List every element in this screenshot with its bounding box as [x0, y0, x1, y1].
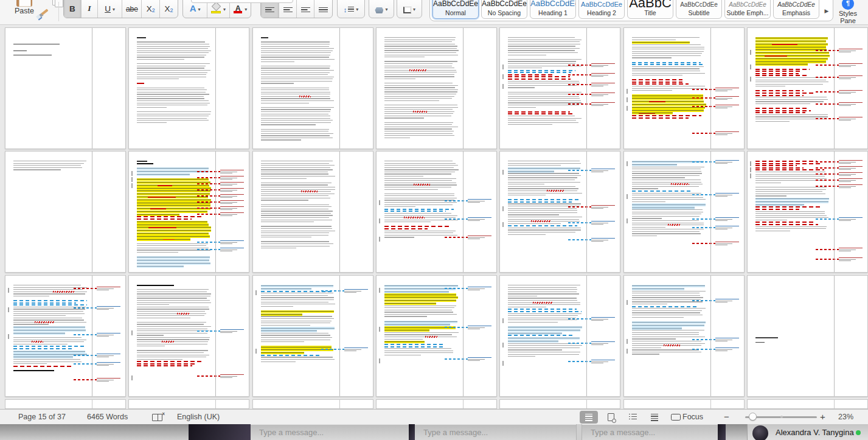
comment-box[interactable]	[97, 378, 123, 383]
page-indicator[interactable]: Page 15 of 37	[18, 413, 66, 421]
align-right-button[interactable]	[296, 0, 314, 18]
comment-box[interactable]	[344, 347, 371, 352]
comment-box[interactable]	[591, 63, 618, 68]
comment-box[interactable]	[839, 160, 866, 165]
draft-view-button[interactable]	[645, 411, 664, 424]
page-thumbnail[interactable]	[747, 399, 868, 409]
word-count[interactable]: 6465 Words	[87, 413, 128, 421]
page-thumbnail[interactable]	[252, 27, 373, 149]
comment-box[interactable]	[591, 205, 618, 210]
comment-box[interactable]	[220, 206, 247, 211]
print-layout-view-button[interactable]	[580, 411, 598, 424]
page-thumbnail[interactable]	[376, 27, 497, 149]
comment-box[interactable]	[715, 88, 742, 93]
page-thumbnail[interactable]	[376, 399, 497, 409]
comment-box[interactable]	[220, 182, 247, 187]
avatar[interactable]	[752, 425, 768, 440]
comment-box[interactable]	[715, 217, 742, 222]
message-input[interactable]: Type a message...	[415, 424, 576, 440]
comment-box[interactable]	[839, 248, 866, 253]
page-thumbnail[interactable]	[5, 151, 126, 273]
style-chip-normal[interactable]: AaBbCcDdEeNormal	[432, 0, 479, 19]
comment-box[interactable]	[591, 221, 618, 226]
comment-box[interactable]	[220, 194, 247, 199]
comment-box[interactable]	[839, 102, 866, 107]
language-indicator[interactable]: English (UK)	[177, 413, 220, 421]
page-thumbnail[interactable]	[5, 27, 126, 149]
comment-box[interactable]	[839, 184, 866, 189]
comment-box[interactable]	[220, 200, 247, 205]
comment-box[interactable]	[839, 75, 866, 80]
comment-box[interactable]	[220, 329, 247, 334]
page-thumbnail[interactable]	[747, 151, 868, 273]
page-thumbnail[interactable]	[747, 275, 868, 397]
page-thumbnail[interactable]	[128, 275, 249, 397]
style-chip-heading-2[interactable]: AaBbCcDdEeHeading 2	[578, 0, 625, 19]
page-thumbnail[interactable]	[499, 275, 620, 397]
page-thumbnail[interactable]	[5, 399, 126, 409]
comment-box[interactable]	[715, 160, 742, 165]
comment-box[interactable]	[715, 347, 742, 352]
style-chip-heading-1[interactable]: AaBbCcDdEeHeading 1	[530, 0, 576, 19]
comment-box[interactable]	[468, 199, 495, 204]
comment-box[interactable]	[839, 117, 866, 122]
comment-box[interactable]	[97, 287, 123, 292]
comment-box[interactable]	[591, 169, 618, 173]
proofing-icon[interactable]: x	[152, 414, 162, 421]
style-chip-subtitle[interactable]: AaBbCcDdEeSubtitle	[676, 0, 722, 19]
comment-box[interactable]	[97, 333, 123, 338]
comment-box[interactable]	[468, 357, 495, 362]
comment-box[interactable]	[839, 90, 866, 95]
comment-box[interactable]	[839, 257, 866, 262]
chevron-down-icon[interactable]: ▾	[385, 7, 387, 12]
gallery-more-button[interactable]: ▶	[822, 5, 831, 17]
comment-box[interactable]	[839, 166, 866, 171]
chevron-down-icon[interactable]: ▾	[245, 7, 247, 12]
web-layout-view-button[interactable]	[602, 411, 620, 424]
comment-box[interactable]	[97, 362, 123, 367]
comment-box[interactable]	[839, 172, 866, 177]
chat-contact-panel[interactable]: Alexandra V. Tanygina	[747, 424, 868, 440]
underline-button[interactable]: U▾	[97, 0, 122, 18]
document-canvas[interactable]	[0, 24, 868, 409]
page-thumbnail[interactable]	[252, 399, 373, 409]
page-thumbnail[interactable]	[623, 275, 745, 397]
justify-button[interactable]	[314, 0, 332, 18]
comment-box[interactable]	[715, 105, 742, 110]
chevron-down-icon[interactable]: ▾	[356, 7, 358, 12]
italic-button[interactable]: I	[81, 0, 97, 18]
background-window-titlebar[interactable]	[0, 424, 189, 440]
focus-label[interactable]: Focus	[682, 413, 703, 421]
page-thumbnail[interactable]	[128, 151, 249, 273]
style-chip-no-spacing[interactable]: AaBbCcDdEeNo Spacing	[481, 0, 527, 19]
message-input[interactable]: Type a message...	[251, 424, 409, 440]
chevron-down-icon[interactable]: ▾	[198, 7, 201, 12]
page-thumbnail[interactable]	[623, 27, 745, 149]
zoom-slider-thumb[interactable]	[749, 413, 757, 421]
font-name-combo-edge[interactable]	[191, 0, 293, 3]
page-thumbnail[interactable]	[252, 275, 373, 397]
comment-box[interactable]	[344, 289, 371, 294]
comment-box[interactable]	[591, 73, 618, 78]
comment-box[interactable]	[715, 338, 742, 343]
comment-box[interactable]	[220, 374, 247, 379]
page-thumbnail[interactable]	[499, 151, 620, 273]
page-thumbnail[interactable]	[623, 399, 745, 409]
comment-box[interactable]	[220, 170, 247, 175]
comment-box[interactable]	[468, 236, 495, 240]
zoom-in-button[interactable]: +	[820, 411, 825, 422]
page-thumbnail[interactable]	[747, 27, 868, 149]
comment-box[interactable]	[839, 49, 866, 54]
comment-box[interactable]	[591, 93, 618, 97]
subscript-button[interactable]: X2	[141, 0, 159, 18]
comment-box[interactable]	[220, 248, 247, 253]
page-thumbnail[interactable]	[5, 275, 126, 397]
comment-box[interactable]	[468, 326, 495, 330]
comment-box[interactable]	[839, 178, 866, 183]
comment-box[interactable]	[220, 212, 247, 217]
comment-box[interactable]	[715, 299, 742, 304]
comment-box[interactable]	[715, 242, 742, 246]
comment-box[interactable]	[591, 341, 618, 346]
comment-box[interactable]	[97, 354, 123, 358]
comment-box[interactable]	[591, 83, 618, 88]
